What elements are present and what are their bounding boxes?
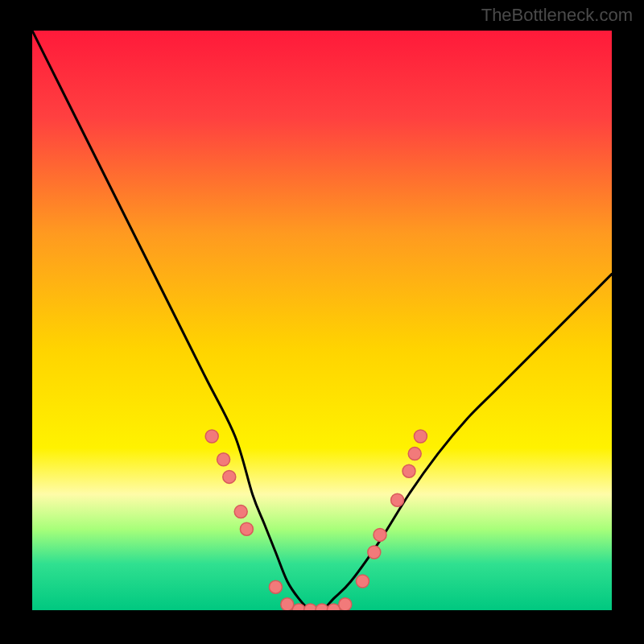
data-point xyxy=(240,522,253,535)
data-point xyxy=(217,453,230,466)
data-point xyxy=(391,493,404,506)
data-point xyxy=(374,528,386,541)
data-point xyxy=(234,506,247,518)
watermark-text: TheBottleneck.com xyxy=(481,5,633,26)
data-point xyxy=(414,430,427,443)
chart-background xyxy=(32,31,612,610)
data-point xyxy=(223,470,236,483)
data-point xyxy=(368,546,381,559)
chart-container xyxy=(32,31,612,610)
data-point xyxy=(356,575,369,588)
data-point xyxy=(205,430,218,443)
data-point xyxy=(269,580,282,593)
data-point xyxy=(281,598,294,610)
bottleneck-chart xyxy=(32,31,612,610)
data-point xyxy=(402,464,415,477)
data-point xyxy=(408,448,421,460)
data-point xyxy=(339,598,352,610)
